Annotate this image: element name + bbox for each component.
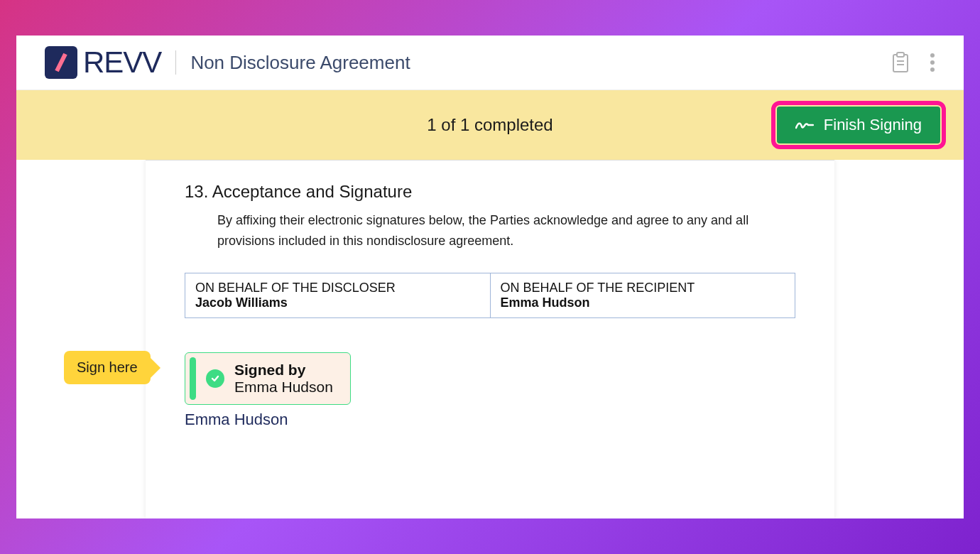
- brand-logo: [45, 46, 77, 79]
- signed-indicator[interactable]: Signed by Emma Hudson: [185, 352, 351, 405]
- signature-icon: [795, 118, 814, 132]
- sign-here-tag[interactable]: Sign here: [64, 351, 151, 384]
- app-window: REVV Non Disclosure Agreement 1 of 1 com…: [16, 36, 964, 518]
- finish-signing-button[interactable]: Finish Signing: [777, 107, 940, 143]
- recipient-name: Emma Hudson: [501, 295, 785, 310]
- discloser-name: Jacob Williams: [195, 295, 480, 310]
- content-area: 13. Acceptance and Signature By affixing…: [16, 160, 964, 518]
- document-page: 13. Acceptance and Signature By affixing…: [146, 160, 834, 518]
- signed-by-label: Signed by: [234, 362, 333, 379]
- parties-table: ON BEHALF OF THE DISCLOSER Jacob William…: [185, 273, 795, 318]
- signed-accent-bar: [190, 357, 196, 400]
- signer-caption: Emma Hudson: [185, 411, 795, 429]
- svg-point-5: [930, 53, 935, 58]
- document-title: Non Disclosure Agreement: [190, 52, 410, 74]
- svg-point-7: [930, 67, 935, 72]
- signed-by-name: Emma Hudson: [234, 379, 333, 396]
- status-bar: 1 of 1 completed Finish Signing: [16, 90, 964, 160]
- svg-line-0: [57, 54, 65, 71]
- completion-status: 1 of 1 completed: [427, 115, 552, 135]
- section-body: By affixing their electronic signatures …: [217, 210, 795, 251]
- divider: [175, 50, 176, 75]
- more-menu-icon[interactable]: [930, 52, 935, 73]
- header: REVV Non Disclosure Agreement: [16, 36, 964, 90]
- discloser-label: ON BEHALF OF THE DISCLOSER: [195, 281, 480, 295]
- svg-rect-2: [897, 53, 904, 57]
- finish-highlight: Finish Signing: [771, 101, 946, 149]
- section-heading: 13. Acceptance and Signature: [185, 182, 795, 202]
- table-cell-recipient: ON BEHALF OF THE RECIPIENT Emma Hudson: [490, 273, 795, 317]
- svg-point-6: [930, 60, 935, 65]
- finish-signing-label: Finish Signing: [824, 116, 922, 134]
- table-cell-discloser: ON BEHALF OF THE DISCLOSER Jacob William…: [185, 273, 491, 317]
- recipient-label: ON BEHALF OF THE RECIPIENT: [501, 281, 785, 295]
- header-actions: [891, 52, 935, 73]
- check-icon: [206, 369, 224, 388]
- clipboard-icon[interactable]: [891, 52, 910, 73]
- brand-name: REVV: [83, 45, 161, 80]
